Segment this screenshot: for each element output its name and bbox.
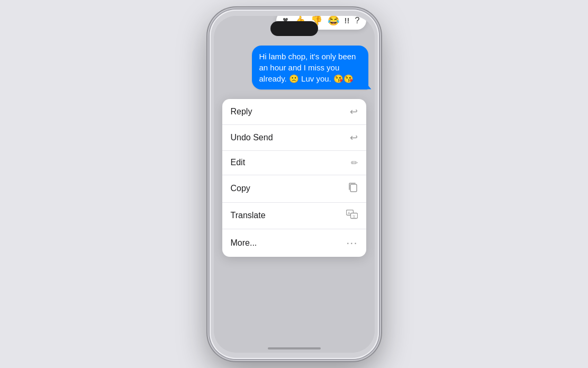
reply-menu-item[interactable]: Reply ↪ xyxy=(222,99,366,125)
edit-menu-item[interactable]: Edit ✏ xyxy=(222,151,366,175)
undo-send-label: Undo Send xyxy=(231,133,273,142)
undo-send-menu-item[interactable]: Undo Send ↩ xyxy=(222,125,366,151)
more-menu-item[interactable]: More... ··· xyxy=(222,229,366,257)
reply-icon: ↪ xyxy=(350,106,358,118)
reply-label: Reply xyxy=(231,107,252,116)
message-bubble: Hi lamb chop, it's only been an hour and… xyxy=(252,46,368,89)
svg-text:A: A xyxy=(348,211,350,215)
copy-menu-item[interactable]: Copy xyxy=(222,175,366,203)
copy-label: Copy xyxy=(231,184,250,193)
haha-reaction-icon[interactable]: 😂 xyxy=(328,16,339,26)
svg-rect-0 xyxy=(350,184,357,192)
translate-label: Translate xyxy=(231,211,266,220)
edit-label: Edit xyxy=(231,158,246,167)
more-dots-icon: ··· xyxy=(346,236,357,250)
copy-icon xyxy=(348,182,358,195)
question-reaction-icon[interactable]: ? xyxy=(355,16,360,25)
undo-send-icon: ↩ xyxy=(350,132,358,143)
translate-menu-item[interactable]: Translate A 文 xyxy=(222,203,366,229)
phone-screen: ♥ 👍 👎 😂 !! ? Hi lamb chop, it's only bee… xyxy=(214,16,375,353)
dynamic-island xyxy=(270,21,318,36)
svg-text:文: 文 xyxy=(352,214,356,218)
exclamation-reaction-icon[interactable]: !! xyxy=(345,16,350,25)
translate-icon: A 文 xyxy=(346,210,358,222)
more-label: More... xyxy=(231,238,257,248)
home-indicator xyxy=(268,347,321,349)
message-text: Hi lamb chop, it's only been an hour and… xyxy=(259,52,356,83)
phone-frame: ♥ 👍 👎 😂 !! ? Hi lamb chop, it's only bee… xyxy=(210,10,379,359)
screen-content: ♥ 👍 👎 😂 !! ? Hi lamb chop, it's only bee… xyxy=(214,16,375,353)
context-menu: Reply ↪ Undo Send ↩ Edit ✏ Copy xyxy=(222,99,366,257)
edit-pencil-icon: ✏ xyxy=(351,158,358,168)
